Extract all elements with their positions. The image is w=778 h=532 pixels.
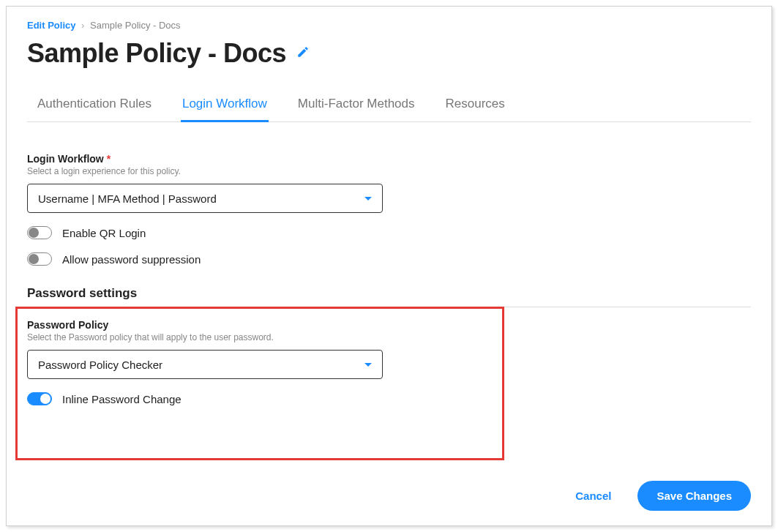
allow-suppression-toggle[interactable] — [27, 252, 52, 266]
enable-qr-row: Enable QR Login — [27, 226, 751, 239]
login-workflow-select[interactable]: Username | MFA Method | Password — [27, 184, 383, 213]
enable-qr-toggle[interactable] — [27, 226, 52, 239]
page-title-row: Sample Policy - Docs — [27, 38, 751, 69]
tabs: Authentication Rules Login Workflow Mult… — [27, 89, 751, 122]
inline-password-toggle[interactable] — [27, 392, 52, 405]
password-policy-select[interactable]: Password Policy Checker — [27, 350, 383, 379]
footer-actions: Cancel Save Changes — [27, 471, 751, 511]
password-settings-heading: Password settings — [27, 286, 751, 301]
breadcrumb-separator: › — [81, 20, 84, 31]
page-title: Sample Policy - Docs — [27, 38, 286, 69]
edit-icon[interactable] — [296, 45, 310, 61]
section-divider — [27, 307, 751, 307]
required-marker: * — [107, 153, 111, 165]
login-workflow-help: Select a login experience for this polic… — [27, 166, 751, 176]
chevron-down-icon — [364, 197, 372, 201]
breadcrumb-root-link[interactable]: Edit Policy — [27, 20, 75, 31]
tab-multi-factor-methods[interactable]: Multi-Factor Methods — [296, 89, 416, 122]
password-policy-value: Password Policy Checker — [38, 359, 162, 371]
breadcrumb-current: Sample Policy - Docs — [90, 20, 181, 31]
tab-authentication-rules[interactable]: Authentication Rules — [36, 89, 153, 122]
tab-login-workflow[interactable]: Login Workflow — [181, 89, 269, 122]
policy-editor-panel: Edit Policy › Sample Policy - Docs Sampl… — [6, 6, 772, 526]
allow-suppression-row: Allow password suppression — [27, 252, 751, 266]
tab-content: Login Workflow * Select a login experien… — [27, 122, 751, 471]
password-policy-help: Select the Password policy that will app… — [27, 332, 751, 342]
chevron-down-icon — [364, 363, 372, 367]
password-policy-label: Password Policy — [27, 319, 751, 331]
cancel-button[interactable]: Cancel — [564, 482, 623, 509]
login-workflow-label: Login Workflow * — [27, 153, 751, 165]
password-policy-group: Password Policy Select the Password poli… — [27, 319, 751, 379]
save-changes-button[interactable]: Save Changes — [637, 481, 751, 511]
inline-password-row: Inline Password Change — [27, 392, 751, 405]
login-workflow-value: Username | MFA Method | Password — [38, 192, 217, 205]
login-workflow-label-text: Login Workflow — [27, 153, 104, 165]
login-workflow-group: Login Workflow * Select a login experien… — [27, 153, 751, 213]
allow-suppression-label: Allow password suppression — [62, 253, 201, 266]
enable-qr-label: Enable QR Login — [62, 227, 146, 239]
breadcrumb: Edit Policy › Sample Policy - Docs — [27, 20, 751, 31]
inline-password-label: Inline Password Change — [62, 393, 182, 405]
tab-resources[interactable]: Resources — [444, 89, 506, 122]
